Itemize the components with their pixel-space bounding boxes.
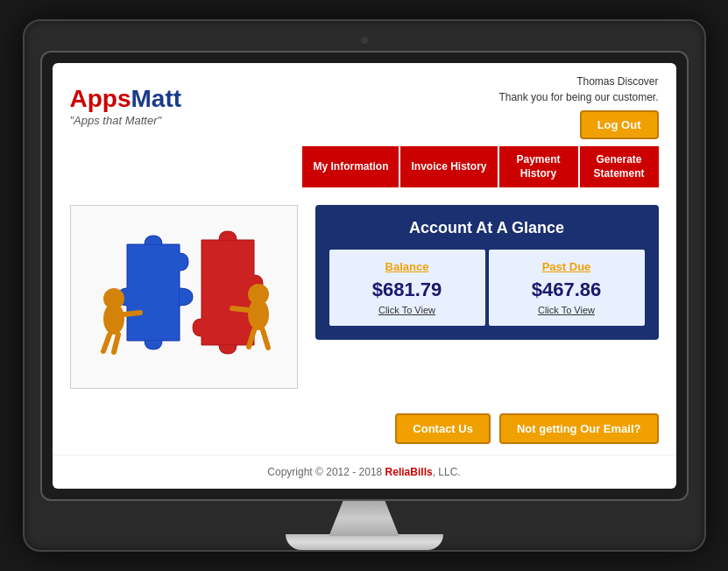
svg-line-4 <box>114 335 118 352</box>
footer-text-pre: Copyright © 2012 - 2018 <box>267 466 385 478</box>
nav-invoice-history[interactable]: Invoice History <box>400 146 497 187</box>
action-buttons: Contact Us Not getting Our Email? <box>53 406 676 455</box>
camera-dot <box>361 37 368 44</box>
nav-my-information[interactable]: My Information <box>302 146 399 187</box>
svg-point-6 <box>248 284 269 305</box>
puzzle-svg <box>83 218 285 376</box>
past-due-amount: $467.86 <box>503 278 631 301</box>
not-getting-email-button[interactable]: Not getting Our Email? <box>499 413 659 444</box>
account-title: Account At A Glance <box>329 219 645 237</box>
nav-payment-history[interactable]: PaymentHistory <box>499 146 578 187</box>
stand-neck <box>329 501 399 536</box>
account-glance: Account At A Glance Balance $681.79 Clic… <box>315 205 659 340</box>
nav-generate-statement[interactable]: GenerateStatement <box>580 146 659 187</box>
user-info: Thomas Discover Thank you for being our … <box>498 74 658 105</box>
svg-line-9 <box>263 330 268 348</box>
past-due-label: Past Due <box>503 260 631 273</box>
monitor-stand <box>40 501 689 550</box>
screen-bezel: AppsMatt "Apps that Matter" Thomas Disco… <box>40 51 689 501</box>
page-header: AppsMatt "Apps that Matter" Thomas Disco… <box>53 63 676 146</box>
header-right: Thomas Discover Thank you for being our … <box>498 74 658 139</box>
past-due-cell: Past Due $467.86 Click To View <box>489 250 645 326</box>
logo-matt: Matt <box>131 85 182 112</box>
stand-base <box>286 534 443 550</box>
logout-button[interactable]: Log Out <box>580 110 659 139</box>
puzzle-image-area <box>70 205 298 389</box>
svg-line-3 <box>103 335 110 351</box>
logo-apps: Apps <box>70 85 131 112</box>
monitor-screen: AppsMatt "Apps that Matter" Thomas Disco… <box>53 63 676 489</box>
contact-us-button[interactable]: Contact Us <box>395 413 491 444</box>
balance-amount: $681.79 <box>343 278 471 301</box>
logo: AppsMatt <box>70 86 182 113</box>
balance-cell: Balance $681.79 Click To View <box>329 250 485 326</box>
page-footer: Copyright © 2012 - 2018 ReliaBills, LLC. <box>53 455 676 489</box>
navbar: My Information Invoice History PaymentHi… <box>53 146 676 196</box>
user-name: Thomas Discover <box>498 74 658 89</box>
balance-link[interactable]: Click To View <box>343 305 471 315</box>
main-content: Account At A Glance Balance $681.79 Clic… <box>53 196 676 406</box>
svg-line-2 <box>124 313 140 314</box>
logo-area: AppsMatt "Apps that Matter" <box>70 86 182 128</box>
footer-brand: ReliaBills <box>385 466 433 478</box>
svg-line-7 <box>232 308 248 310</box>
balance-label: Balance <box>343 260 471 273</box>
past-due-link[interactable]: Click To View <box>503 305 631 315</box>
footer-text-post: , LLC. <box>433 466 461 478</box>
svg-point-1 <box>103 288 124 309</box>
logo-tagline: "Apps that Matter" <box>70 114 182 127</box>
monitor-frame: AppsMatt "Apps that Matter" Thomas Disco… <box>23 19 706 552</box>
account-table: Balance $681.79 Click To View Past Due $… <box>329 250 645 326</box>
user-message: Thank you for being our customer. <box>498 89 658 105</box>
page-content: AppsMatt "Apps that Matter" Thomas Disco… <box>53 63 676 489</box>
